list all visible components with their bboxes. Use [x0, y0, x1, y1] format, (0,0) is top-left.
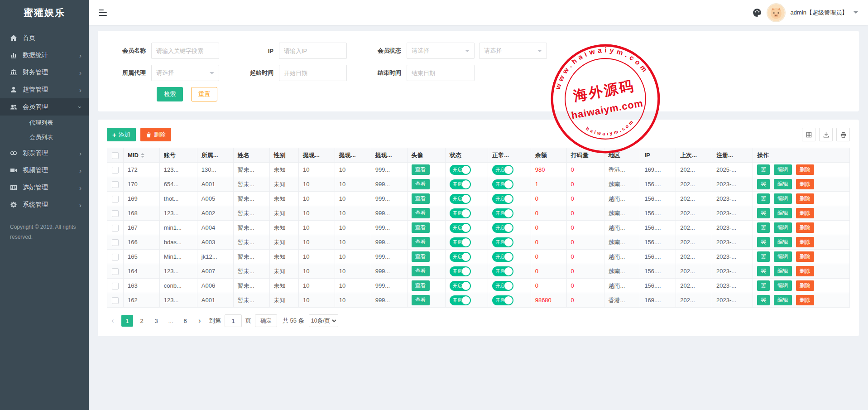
- normal-toggle[interactable]: 开启: [492, 281, 513, 291]
- status-toggle[interactable]: 开启: [450, 252, 471, 262]
- edit-button[interactable]: 编辑: [774, 193, 792, 204]
- edit-button[interactable]: 编辑: [774, 266, 792, 276]
- row-checkbox[interactable]: [112, 297, 119, 304]
- status-toggle[interactable]: 开启: [450, 165, 471, 175]
- grid-view-icon[interactable]: [802, 128, 815, 141]
- edit-button[interactable]: 编辑: [774, 237, 792, 247]
- confirm-button[interactable]: 确定: [255, 314, 277, 327]
- column-header[interactable]: MID: [124, 148, 160, 163]
- status-toggle[interactable]: 开启: [450, 281, 471, 291]
- normal-toggle[interactable]: 开启: [492, 266, 513, 276]
- kick-button[interactable]: 罢: [757, 164, 770, 175]
- kick-button[interactable]: 罢: [757, 222, 770, 233]
- sidebar-subitem[interactable]: 代理列表: [0, 116, 89, 130]
- kick-button[interactable]: 罢: [757, 251, 770, 262]
- delete-row-button[interactable]: 删除: [796, 266, 814, 276]
- view-avatar-button[interactable]: 查看: [412, 208, 430, 218]
- edit-button[interactable]: 编辑: [774, 208, 792, 218]
- row-checkbox[interactable]: [112, 268, 119, 275]
- page-button[interactable]: 2: [136, 315, 148, 327]
- page-button[interactable]: 1: [121, 315, 133, 327]
- start-date-input[interactable]: [279, 65, 347, 81]
- view-avatar-button[interactable]: 查看: [412, 222, 430, 233]
- select-all-checkbox[interactable]: [112, 152, 119, 159]
- menu-toggle-icon[interactable]: [99, 9, 108, 16]
- edit-button[interactable]: 编辑: [774, 164, 792, 175]
- add-button[interactable]: + 添加: [107, 128, 136, 141]
- row-checkbox[interactable]: [112, 239, 119, 246]
- member-status-select[interactable]: 请选择: [407, 43, 475, 59]
- edit-button[interactable]: 编辑: [774, 295, 792, 305]
- normal-toggle[interactable]: 开启: [492, 237, 513, 247]
- view-avatar-button[interactable]: 查看: [412, 295, 430, 305]
- export-icon[interactable]: [819, 128, 833, 141]
- normal-toggle[interactable]: 开启: [492, 223, 513, 233]
- print-icon[interactable]: [836, 128, 850, 141]
- kick-button[interactable]: 罢: [757, 266, 770, 276]
- sidebar-item-chart[interactable]: 数据统计 ›: [0, 47, 89, 64]
- page-button[interactable]: 3: [150, 315, 162, 327]
- normal-toggle[interactable]: 开启: [492, 252, 513, 262]
- goto-page-input[interactable]: [225, 314, 242, 327]
- row-checkbox[interactable]: [112, 181, 119, 188]
- delete-row-button[interactable]: 删除: [796, 179, 814, 189]
- kick-button[interactable]: 罢: [757, 193, 770, 204]
- normal-toggle[interactable]: 开启: [492, 208, 513, 218]
- page-button[interactable]: 6: [179, 315, 191, 327]
- edit-button[interactable]: 编辑: [774, 179, 792, 189]
- status-toggle[interactable]: 开启: [450, 179, 471, 189]
- kick-button[interactable]: 罢: [757, 237, 770, 247]
- sidebar-item-bank[interactable]: 财务管理 ›: [0, 64, 89, 81]
- row-checkbox[interactable]: [112, 210, 119, 217]
- sidebar-subitem[interactable]: 会员列表: [0, 130, 89, 145]
- prev-page-button[interactable]: ‹: [107, 315, 119, 327]
- normal-toggle[interactable]: 开启: [492, 165, 513, 175]
- row-checkbox[interactable]: [112, 283, 119, 289]
- view-avatar-button[interactable]: 查看: [412, 280, 430, 291]
- row-checkbox[interactable]: [112, 225, 119, 232]
- view-avatar-button[interactable]: 查看: [412, 164, 430, 175]
- delete-row-button[interactable]: 删除: [796, 251, 814, 262]
- kick-button[interactable]: 罢: [757, 208, 770, 218]
- sidebar-item-gear[interactable]: 系统管理 ›: [0, 196, 89, 213]
- normal-toggle[interactable]: 开启: [492, 194, 513, 204]
- sidebar-item-video[interactable]: 视频管理 ›: [0, 162, 89, 179]
- row-checkbox[interactable]: [112, 167, 119, 174]
- status-toggle[interactable]: 开启: [450, 266, 471, 276]
- delete-row-button[interactable]: 删除: [796, 193, 814, 204]
- theme-palette-icon[interactable]: [753, 8, 762, 17]
- view-avatar-button[interactable]: 查看: [412, 266, 430, 276]
- member-status-select-2[interactable]: 请选择: [479, 43, 547, 59]
- ip-input[interactable]: [279, 43, 347, 59]
- search-button[interactable]: 检索: [157, 87, 183, 101]
- view-avatar-button[interactable]: 查看: [412, 237, 430, 247]
- delete-row-button[interactable]: 删除: [796, 222, 814, 233]
- edit-button[interactable]: 编辑: [774, 251, 792, 262]
- delete-row-button[interactable]: 删除: [796, 164, 814, 175]
- edit-button[interactable]: 编辑: [774, 280, 792, 291]
- sidebar-item-home[interactable]: 首页 ›: [0, 29, 89, 47]
- sidebar-item-lottery[interactable]: 彩票管理 ›: [0, 145, 89, 162]
- kick-button[interactable]: 罢: [757, 280, 770, 291]
- delete-row-button[interactable]: 删除: [796, 237, 814, 247]
- status-toggle[interactable]: 开启: [450, 223, 471, 233]
- user-name[interactable]: admin【超级管理员】: [791, 9, 848, 17]
- agent-select[interactable]: 请选择: [151, 65, 219, 81]
- end-date-input[interactable]: [407, 65, 475, 81]
- avatar[interactable]: [767, 4, 785, 21]
- edit-button[interactable]: 编辑: [774, 222, 792, 233]
- normal-toggle[interactable]: 开启: [492, 179, 513, 189]
- sidebar-item-users[interactable]: 会员管理 ›: [0, 98, 89, 116]
- status-toggle[interactable]: 开启: [450, 208, 471, 218]
- row-checkbox[interactable]: [112, 254, 119, 260]
- member-name-input[interactable]: [151, 43, 219, 59]
- view-avatar-button[interactable]: 查看: [412, 193, 430, 204]
- normal-toggle[interactable]: 开启: [492, 295, 513, 305]
- reset-button[interactable]: 重置: [191, 87, 217, 101]
- status-toggle[interactable]: 开启: [450, 295, 471, 305]
- sidebar-item-user[interactable]: 超管管理 ›: [0, 81, 89, 98]
- sidebar-item-film[interactable]: 选妃管理 ›: [0, 179, 89, 196]
- kick-button[interactable]: 罢: [757, 179, 770, 189]
- status-toggle[interactable]: 开启: [450, 194, 471, 204]
- view-avatar-button[interactable]: 查看: [412, 251, 430, 262]
